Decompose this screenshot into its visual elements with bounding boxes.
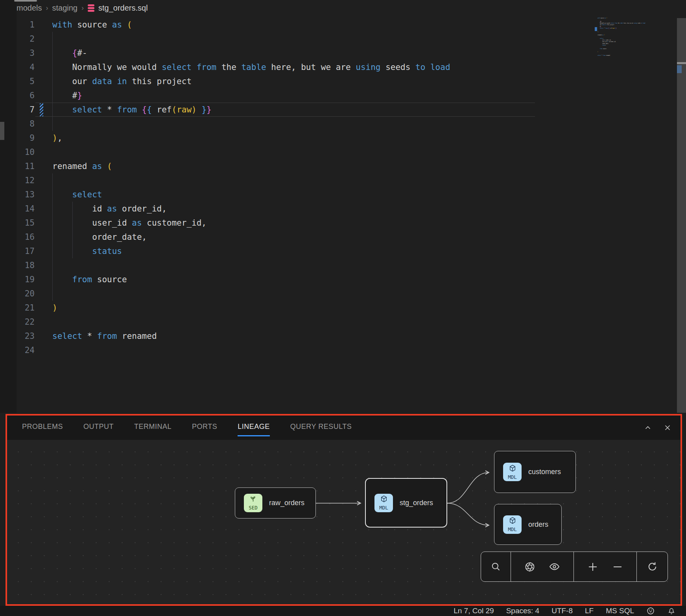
line-number: 15 [17,216,35,230]
refresh-icon[interactable] [647,561,658,572]
line-number: 6 [17,88,35,103]
code-line[interactable] [52,117,450,131]
panel-tab-lineage[interactable]: LINEAGE [238,419,270,436]
cursor-position[interactable]: Ln 7, Col 29 [454,607,494,615]
line-number: 2 [17,32,35,46]
indentation-setting[interactable]: Spaces: 4 [506,607,540,615]
editor-scrollbar[interactable] [677,18,686,413]
line-number: 7 [17,103,35,117]
code-line[interactable]: {#- [52,46,450,60]
code-line[interactable]: user_id as customer_id, [52,216,450,230]
line-number: 16 [17,230,35,244]
line-number: 20 [17,287,35,301]
code-content[interactable]: with source as ( {#- Normally we would s… [52,18,450,357]
line-number: 1 [17,18,35,32]
model-badge: MDL [374,494,393,512]
panel-tab-query-results[interactable]: QUERY RESULTS [290,419,352,436]
node-label: stg_orders [400,499,433,507]
code-line[interactable]: with source as ( [597,17,607,19]
code-line[interactable]: select * from renamed [52,329,450,343]
code-line[interactable] [52,258,450,272]
language-mode[interactable]: MS SQL [606,607,634,615]
panel-tab-output[interactable]: OUTPUT [83,419,114,436]
panel-tab-problems[interactable]: PROBLEMS [22,419,63,436]
sidebar-scrollbar-thumb[interactable] [0,122,4,140]
code-line[interactable]: renamed as ( [52,159,450,173]
code-line[interactable] [597,56,607,58]
node-label: orders [528,520,548,529]
line-number: 4 [17,60,35,74]
eol-sequence[interactable]: LF [585,607,594,615]
code-line[interactable]: select * from {{ ref(raw) }} [597,28,607,29]
search-icon[interactable] [491,561,501,572]
database-file-icon [88,4,94,12]
minimap-modified-marker [595,27,597,31]
encoding[interactable]: UTF-8 [551,607,573,615]
badge-label: MDL [379,505,388,511]
code-line[interactable]: id as order_id, [52,202,450,216]
code-line[interactable]: Normally we would select from the table … [52,60,450,74]
badge-label: MDL [508,474,517,480]
maximize-panel-chevron-icon[interactable] [644,423,652,432]
line-number: 24 [17,343,35,357]
code-line[interactable]: with source as ( [52,18,450,32]
code-line[interactable]: status [52,244,450,258]
lineage-toolbar [481,552,668,582]
lineage-node-customers[interactable]: MDL customers [494,451,576,493]
code-line[interactable] [52,145,450,159]
line-number: 8 [17,117,35,131]
breadcrumb-folder-models[interactable]: models [17,4,42,13]
zoom-out-icon[interactable] [612,561,623,573]
code-line[interactable] [52,32,450,46]
status-bar: Ln 7, Col 29 Spaces: 4 UTF-8 LF MS SQL [0,606,686,616]
code-line[interactable]: status [597,44,607,46]
collapsed-sidebar-strip [0,0,17,413]
code-line[interactable]: #} [52,88,450,103]
overview-ruler-cursor-marker [677,62,686,64]
line-number: 22 [17,315,35,329]
code-line[interactable] [52,173,450,188]
lineage-node-raw_orders[interactable]: SED raw_orders [235,487,316,519]
panel-tab-ports[interactable]: PORTS [192,419,217,436]
node-label: raw_orders [269,499,304,507]
code-line[interactable] [52,343,450,357]
line-number: 23 [17,329,35,343]
line-number: 19 [17,272,35,287]
code-line[interactable] [52,287,450,301]
zoom-in-icon[interactable] [587,561,599,573]
panel-tab-terminal[interactable]: TERMINAL [134,419,172,436]
notifications-bell-icon[interactable] [667,607,676,615]
breadcrumb-filename[interactable]: stg_orders.sql [98,4,148,13]
code-line[interactable] [52,315,450,329]
code-line[interactable]: order_date, [52,230,450,244]
vscode-window: models › staging › stg_orders.sql 123456… [0,0,686,616]
code-line[interactable]: from source [52,272,450,287]
cube-icon [509,464,516,474]
breadcrumb-folder-staging[interactable]: staging [52,4,77,13]
code-line[interactable]: ), [52,131,450,145]
code-line[interactable]: our data in this project [52,74,450,88]
minimap[interactable]: with source as ( {#- Normally we would s… [597,17,676,61]
close-panel-icon[interactable] [663,423,672,432]
code-line[interactable]: ) [52,301,450,315]
badge-label: MDL [508,526,517,532]
feedback-smiley-icon[interactable] [646,607,655,615]
line-number: 11 [17,159,35,173]
code-line[interactable]: select * from {{ ref(raw) }} [52,103,450,117]
lineage-node-stg_orders[interactable]: MDL stg_orders [365,478,447,528]
code-line[interactable]: select [52,188,450,202]
breadcrumb: models › staging › stg_orders.sql [17,0,148,16]
line-number: 18 [17,258,35,272]
code-editor[interactable]: models › staging › stg_orders.sql 123456… [0,0,686,413]
code-line[interactable]: select * from renamed [597,55,607,56]
aperture-icon[interactable] [524,561,535,572]
code-line[interactable]: from source [597,48,607,50]
line-number: 5 [17,74,35,88]
line-number: 3 [17,46,35,60]
line-number: 17 [17,244,35,258]
eye-visibility-icon[interactable] [549,561,560,572]
chevron-right-icon: › [46,4,48,12]
lineage-node-orders[interactable]: MDL orders [494,504,562,545]
cube-icon [509,517,516,526]
line-number: 21 [17,301,35,315]
